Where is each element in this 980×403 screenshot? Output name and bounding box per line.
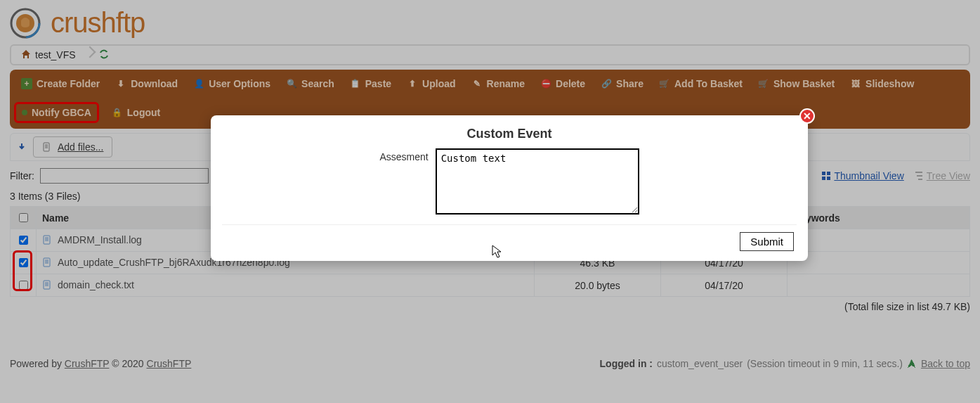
custom-event-modal: ✕ Custom Event Assesment Submit	[211, 115, 808, 261]
modal-title: Custom Event	[225, 127, 794, 141]
modal-field-label: Assesment	[379, 148, 428, 162]
close-icon: ✕	[803, 110, 811, 122]
modal-submit-button[interactable]: Submit	[740, 232, 794, 251]
modal-close-button[interactable]: ✕	[799, 108, 815, 124]
modal-assessment-textarea[interactable]	[436, 148, 639, 215]
